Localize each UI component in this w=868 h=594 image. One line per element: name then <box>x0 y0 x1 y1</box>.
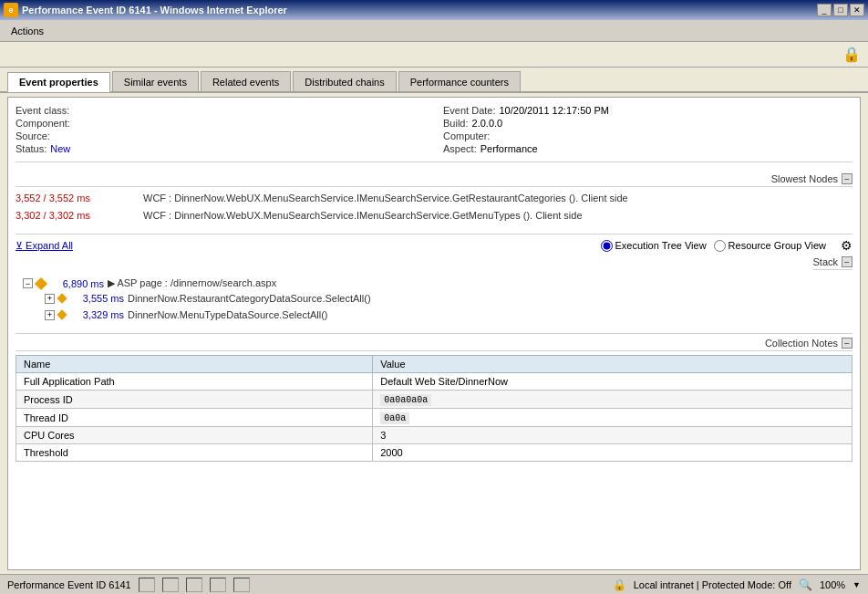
computer-label: Computer: <box>443 130 490 141</box>
resource-group-option[interactable]: Resource Group View <box>714 240 826 252</box>
stack-section: ⊻ Expand All Execution Tree View Resourc… <box>16 234 852 322</box>
cell-value: 2000 <box>373 444 852 462</box>
table-row: CPU Cores3 <box>16 427 852 444</box>
slowest-nodes-collapse[interactable]: − <box>842 173 852 184</box>
cell-name: CPU Cores <box>16 427 373 444</box>
window-controls[interactable]: _ □ ✕ <box>817 4 864 16</box>
tab-distributed-chains[interactable]: Distributed chains <box>293 71 396 91</box>
status-value: New <box>50 143 70 154</box>
expand-all-link[interactable]: ⊻ Expand All <box>16 240 73 252</box>
collection-table: Name Value Full Application PathDefault … <box>16 355 852 462</box>
tree-item-child-1: + 3,555 ms DinnerNow.RestaurantCategoryD… <box>45 291 852 306</box>
table-row: Thread ID0a0a <box>16 409 852 427</box>
zoom-dropdown-icon[interactable]: ▼ <box>852 580 861 589</box>
stack-title: Stack <box>812 256 838 267</box>
content-area: Event class: Event Date: 10/20/2011 12:1… <box>7 97 861 570</box>
event-date-label: Event Date: <box>443 105 495 116</box>
execution-tree-label: Execution Tree View <box>615 240 707 251</box>
tab-performance-counters[interactable]: Performance counters <box>398 71 521 91</box>
tree-expand-icon-2[interactable]: + <box>45 310 55 320</box>
tree-ms-root: 6,890 ms <box>49 278 104 289</box>
source-label: Source: <box>16 130 50 141</box>
tree-diamond-child-2 <box>57 309 67 319</box>
aspect-label: Aspect: <box>443 143 477 154</box>
slowest-desc-1: WCF : DinnerNow.WebUX.MenuSearchService.… <box>143 193 628 203</box>
col-name: Name <box>16 356 373 373</box>
window-icon: e <box>4 3 18 17</box>
collection-notes-title: Collection Notes <box>765 338 838 349</box>
settings-gear-icon[interactable]: ⚙ <box>841 238 852 253</box>
tab-event-properties[interactable]: Event properties <box>7 72 110 92</box>
title-bar: e Performance Event ID 6141 - Windows In… <box>0 0 868 20</box>
resource-group-label: Resource Group View <box>728 240 826 251</box>
table-row: Full Application PathDefault Web Site/Di… <box>16 373 852 391</box>
computer-row: Computer: <box>443 130 852 141</box>
tree-desc-root: ▶ ASP page : /dinnernow/search.aspx <box>108 277 276 289</box>
cell-name: Threshold <box>16 444 373 462</box>
tab-similar-events[interactable]: Similar events <box>112 71 199 91</box>
build-value: 2.0.0.0 <box>472 118 503 129</box>
component-label: Component: <box>16 118 70 129</box>
tree-desc-child-2: DinnerNow.MenuTypeDataSource.SelectAll() <box>128 309 328 320</box>
status-text: Performance Event ID 6141 <box>7 579 131 590</box>
table-row: Process ID0a0a0a0a <box>16 391 852 409</box>
status-segment-1 <box>139 578 155 592</box>
status-segment-4 <box>210 578 226 592</box>
collection-notes-collapse[interactable]: − <box>842 338 852 349</box>
slowest-nodes-title: Slowest Nodes <box>771 173 838 184</box>
close-button[interactable]: ✕ <box>850 4 864 16</box>
source-row: Source: <box>16 130 425 141</box>
zoom-value: 100% <box>820 579 845 590</box>
tree-collapse-icon[interactable]: − <box>23 278 33 288</box>
cell-value: Default Web Site/DinnerNow <box>373 373 852 391</box>
stack-collapse[interactable]: − <box>842 256 852 267</box>
execution-tree-radio[interactable] <box>601 240 613 252</box>
actions-menu[interactable]: Actions <box>4 24 51 38</box>
event-date-row: Event Date: 10/20/2011 12:17:50 PM <box>443 105 852 116</box>
cell-name: Process ID <box>16 391 373 409</box>
collection-notes-header: Collection Notes − <box>16 338 852 351</box>
status-row: Status: New <box>16 143 425 154</box>
status-segment-5 <box>233 578 250 592</box>
event-class-label: Event class: <box>16 105 69 116</box>
slowest-ms-2: 3,302 / 3,302 ms <box>16 210 125 221</box>
stack-header: Stack − <box>812 256 852 270</box>
security-text: Local intranet | Protected Mode: Off <box>634 579 791 590</box>
build-row: Build: 2.0.0.0 <box>443 118 852 129</box>
security-icon: 🔒 <box>613 578 626 591</box>
maximize-button[interactable]: □ <box>833 4 848 16</box>
tree-desc-child-1: DinnerNow.RestaurantCategoryDataSource.S… <box>128 293 371 304</box>
build-label: Build: <box>443 118 469 129</box>
view-options: Execution Tree View Resource Group View <box>601 240 826 252</box>
slowest-ms-1: 3,552 / 3,552 ms <box>16 193 125 203</box>
event-properties-grid: Event class: Event Date: 10/20/2011 12:1… <box>16 105 852 162</box>
status-bar: Performance Event ID 6141 🔒 Local intran… <box>0 574 868 594</box>
cell-name: Full Application Path <box>16 373 373 391</box>
window-body: 🔒 Event properties Similar events Relate… <box>0 42 868 574</box>
status-segment-2 <box>162 578 179 592</box>
tree-expand-icon-1[interactable]: + <box>45 294 55 304</box>
tree-item-child-2: + 3,329 ms DinnerNow.MenuTypeDataSource.… <box>45 307 852 322</box>
window-title: Performance Event ID 6141 - Windows Inte… <box>22 5 287 16</box>
lock-icon: 🔒 <box>842 46 861 63</box>
cell-value: 0a0a0a0a <box>373 391 852 409</box>
stack-header-right: ⊻ Expand All Execution Tree View Resourc… <box>16 238 852 253</box>
menu-bar: Actions <box>0 20 868 42</box>
toolbar-area: 🔒 <box>0 42 868 68</box>
component-row: Component: <box>16 118 425 129</box>
tree-diamond-root <box>35 276 47 289</box>
zoom-icon: 🔍 <box>799 578 812 591</box>
tree-children: + 3,555 ms DinnerNow.RestaurantCategoryD… <box>45 291 852 322</box>
cell-value: 3 <box>373 427 852 444</box>
execution-tree-option[interactable]: Execution Tree View <box>601 240 707 252</box>
status-left: Performance Event ID 6141 <box>7 578 250 592</box>
slowest-nodes-header: Slowest Nodes − <box>16 173 852 187</box>
minimize-button[interactable]: _ <box>817 4 832 16</box>
status-label: Status: <box>16 143 46 154</box>
collection-notes-section: Collection Notes − Name Value Full Appli… <box>16 333 852 462</box>
status-right: 🔒 Local intranet | Protected Mode: Off 🔍… <box>613 578 861 591</box>
tab-related-events[interactable]: Related events <box>201 71 291 91</box>
tree-ms-child-1: 3,555 ms <box>69 293 124 304</box>
resource-group-radio[interactable] <box>714 240 726 252</box>
slowest-row-2: 3,302 / 3,302 ms WCF : DinnerNow.WebUX.M… <box>16 208 852 223</box>
